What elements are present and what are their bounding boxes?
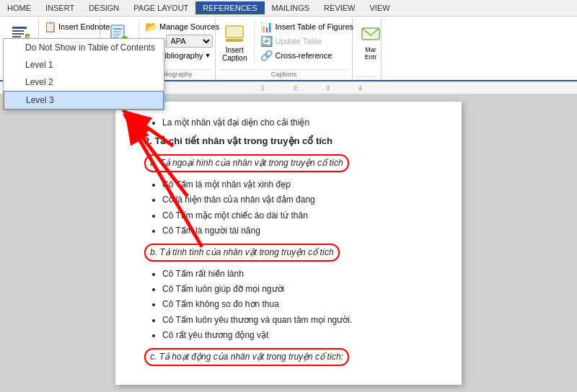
dropdown-level1[interactable]: Level 1 (4, 56, 164, 74)
section-a-label: a. Tả ngoại hình của nhân vật trong truy… (144, 154, 349, 172)
svg-rect-15 (226, 39, 243, 42)
svg-rect-8 (113, 31, 120, 32)
bibliography-label: Bibliography (159, 51, 203, 60)
svg-rect-7 (113, 28, 122, 30)
heading2: 2. Tả chi tiết nhân vật trong truyện cổ … (144, 134, 433, 149)
update-table-label: Update Table (275, 37, 322, 45)
menu-view[interactable]: VIEW (363, 1, 397, 14)
intro-bullets: La một nhân vật đại diện cho cải thiện (144, 116, 433, 130)
captions-content: Insert Caption 📊 Insert Table of Figures… (219, 20, 348, 68)
ruler-mark-3: 3 (326, 84, 330, 92)
document-area: La một nhân vật đại diện cho cải thiện 2… (0, 94, 577, 392)
svg-rect-1 (12, 30, 24, 32)
endnote-icon: 📋 (44, 21, 56, 32)
bullets-a: Cô Tấm là một nhân vật xinh đẹp Cô là hi… (144, 178, 433, 238)
cross-reference-button[interactable]: 🔗 Cross-reference (259, 49, 355, 62)
menu-design[interactable]: DESIGN (82, 1, 126, 14)
bullet-a-4: Cô Tấm là người tài năng (162, 224, 433, 238)
mail-merge-group-label (356, 76, 377, 78)
mail-merge-label: Mar Entr (359, 46, 382, 61)
menu-home[interactable]: HOME (0, 1, 38, 14)
captions-group-label: Captions (219, 69, 348, 78)
mail-merge-button[interactable]: Mar Entr (356, 20, 385, 62)
cross-reference-icon: 🔗 (260, 50, 273, 61)
intro-bullet-1: La một nhân vật đại diện cho cải thiện (162, 116, 433, 130)
bullets-b: Cô Tấm rất hiền lành Cô Tấm luôn giúp đỡ… (144, 267, 433, 342)
insert-caption-button[interactable]: Insert Caption (219, 20, 250, 63)
dropdown-level2[interactable]: Level 2 (4, 74, 164, 91)
menu-references[interactable]: REFERENCES (195, 1, 264, 14)
add-text-dropdown: Do Not Show in Table of Contents Level 1… (3, 38, 164, 110)
bullet-b-3: Cô Tấm không so đo hơn thua (162, 298, 433, 311)
bullet-b-1: Cô Tấm rất hiền lành (162, 267, 433, 281)
section-c-label: c. Tả hoạt động của nhân vật trong truyệ… (144, 348, 349, 366)
cross-reference-label: Cross-reference (275, 51, 332, 60)
manage-sources-label: Manage Sources (159, 22, 219, 31)
ruler-mark-4: 4 (358, 84, 362, 92)
insert-table-of-figures-button[interactable]: 📊 Insert Table of Figures (259, 20, 355, 33)
menu-review[interactable]: REVIEW (317, 1, 362, 14)
insert-endnote-button[interactable]: 📋 Insert Endnote (43, 20, 96, 33)
bullet-b-2: Cô Tấm luôn giúp đỡ mọi người (162, 282, 433, 296)
insert-caption-big: Insert Caption (219, 20, 255, 63)
manage-sources-icon: 📂 (145, 21, 157, 32)
captions-right-buttons: 📊 Insert Table of Figures 🔄 Update Table… (259, 20, 355, 62)
captions-group: Insert Caption 📊 Insert Table of Figures… (216, 18, 353, 79)
bullet-b-4: Cô Tấm luôn yêu thương và quan tâm mọi n… (162, 313, 433, 327)
bullet-a-1: Cô Tấm là một nhân vật xinh đẹp (162, 178, 433, 192)
level1-label: Level 1 (25, 60, 53, 70)
insert-table-figures-label: Insert Table of Figures (275, 22, 353, 31)
menu-page-layout[interactable]: PAGE LAYOUT (126, 1, 195, 14)
manage-sources-button[interactable]: 📂 Manage Sources (144, 20, 221, 33)
bullet-a-2: Cô là hiện thân của nhân vật đảm đang (162, 193, 433, 207)
ruler-mark-1: 1 (261, 84, 265, 92)
mail-merge-content: Mar Entr (356, 20, 377, 75)
update-table-button[interactable]: 🔄 Update Table (259, 35, 355, 48)
svg-rect-0 (12, 27, 27, 29)
svg-rect-2 (12, 33, 24, 35)
level3-label: Level 3 (26, 95, 54, 105)
insert-caption-label: Insert Caption (222, 46, 247, 62)
menu-mailings[interactable]: MAILINGS (265, 1, 317, 14)
section-b-label: b. Tả tính tình của nhân vật trong truyệ… (144, 244, 340, 262)
do-not-show-label: Do Not Show in Table of Contents (25, 43, 155, 53)
menu-insert[interactable]: INSERT (38, 1, 82, 14)
menu-bar: HOME INSERT DESIGN PAGE LAYOUT REFERENCE… (0, 0, 577, 17)
level2-label: Level 2 (25, 77, 53, 87)
bullet-a-3: Cô Tấm mặc một chiếc áo dài tứ thân (162, 209, 433, 223)
ribbon: + Add Text 📋 Insert Endnote 🗒 (0, 17, 577, 81)
section-c-header: c. Tả hoạt động của nhân vật trong truyệ… (144, 346, 433, 368)
app-window: HOME INSERT DESIGN PAGE LAYOUT REFERENCE… (0, 0, 577, 392)
dropdown-level3[interactable]: Level 3 (4, 91, 164, 110)
dropdown-do-not-show[interactable]: Do Not Show in Table of Contents (4, 39, 164, 56)
svg-rect-14 (227, 27, 242, 36)
document-page: La một nhân vật đại diện cho cải thiện 2… (115, 102, 462, 385)
mail-merge-group: Mar Entr (353, 18, 382, 79)
update-table-icon: 🔄 (260, 35, 273, 47)
style-select[interactable]: APA MLA Chicago (166, 35, 213, 48)
section-a-header: a. Tả ngoại hình của nhân vật trong truy… (144, 152, 433, 174)
section-b-header: b. Tả tính tình của nhân vật trong truyệ… (144, 241, 433, 264)
svg-rect-3 (12, 36, 21, 37)
mail-merge-icon (358, 22, 383, 46)
bullet-b-5: Cô rất yêu thương động vật (162, 329, 433, 342)
insert-table-figures-icon: 📊 (260, 21, 273, 32)
insert-caption-icon (222, 22, 247, 46)
bibliography-arrow: ▼ (205, 52, 211, 59)
svg-rect-9 (113, 34, 120, 35)
ruler-mark-2: 2 (294, 84, 297, 92)
